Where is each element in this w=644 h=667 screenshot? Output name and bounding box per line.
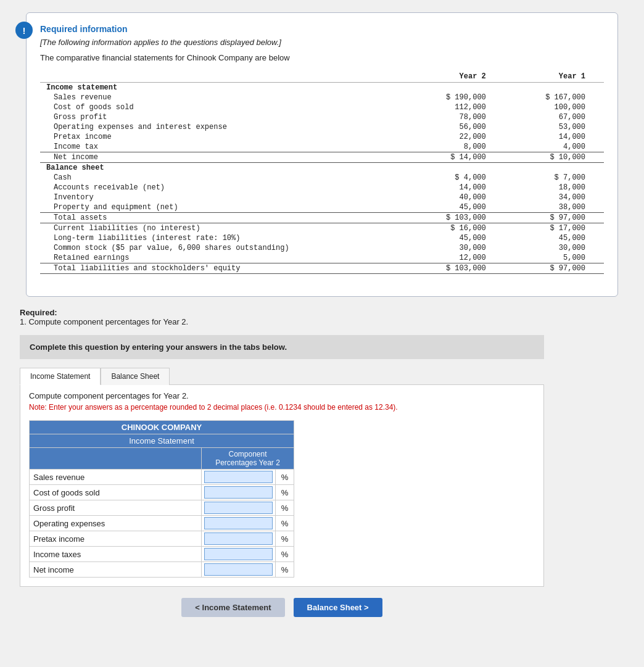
tab-income-statement[interactable]: Income Statement	[20, 368, 101, 385]
financial-row-label: Income tax	[40, 142, 405, 152]
financial-row-year2: $ 190,000	[405, 93, 505, 102]
financial-row-label: Current liabilities (no interest)	[40, 223, 405, 234]
answer-row-label: Pretax income	[30, 531, 202, 547]
financial-row-label: Total assets	[40, 213, 405, 223]
table-row: Operating expenses%	[30, 516, 294, 531]
financial-row-year2: 45,000	[405, 233, 505, 243]
table-row: Income taxes%	[30, 547, 294, 562]
percentage-input-0[interactable]	[204, 471, 273, 483]
table-row: Net income%	[30, 562, 294, 578]
financial-row-year1: 34,000	[505, 193, 604, 202]
financial-row-year2	[405, 83, 505, 93]
financial-row-year1: 30,000	[505, 243, 604, 253]
financial-row-label: Gross profit	[40, 112, 405, 122]
financial-row-year2: $ 103,000	[405, 213, 505, 223]
col-header-percent: Component Percentages Year 2	[202, 448, 294, 470]
financial-row-year1: $ 7,000	[505, 173, 604, 183]
answer-row-label: Gross profit	[30, 500, 202, 516]
tabs-container: Income Statement Balance Sheet	[20, 368, 544, 385]
financial-row-year1: 45,000	[505, 233, 604, 243]
prev-button[interactable]: < Income Statement	[181, 598, 284, 617]
percent-symbol: %	[276, 531, 294, 547]
percent-symbol: %	[276, 470, 294, 485]
financial-row-label: Pretax income	[40, 132, 405, 142]
answer-table-wrapper: CHINOOK COMPANY Income Statement Compone…	[29, 420, 294, 578]
required-text: 1. Compute component percentages for Yea…	[20, 317, 188, 326]
financial-row-year1: $ 167,000	[505, 93, 604, 102]
financial-row-label: Accounts receivable (net)	[40, 183, 405, 193]
financial-row-label: Cash	[40, 173, 405, 183]
answer-input-cell	[202, 531, 276, 547]
table-title: CHINOOK COMPANY	[30, 421, 294, 434]
financial-table: Year 2 Year 1 Income statementSales reve…	[40, 71, 604, 274]
table-row: Sales revenue%	[30, 470, 294, 485]
tab-note: Note: Enter your answers as a percentage…	[29, 403, 535, 412]
answer-input-cell	[202, 470, 276, 485]
financial-row-label: Retained earnings	[40, 253, 405, 263]
year1-header: Year 1	[505, 71, 604, 83]
year2-header: Year 2	[405, 71, 505, 83]
table-row: Gross profit%	[30, 500, 294, 516]
table-subtitle: Income Statement	[30, 434, 294, 448]
answer-input-cell	[202, 562, 276, 578]
financial-row-year2: 8,000	[405, 142, 505, 152]
percent-symbol: %	[276, 562, 294, 578]
answer-input-cell	[202, 500, 276, 516]
financial-row-label: Long-term liabilities (interest rate: 10…	[40, 233, 405, 243]
financial-row-label: Total liabilities and stockholders' equi…	[40, 263, 405, 274]
financial-row-label: Common stock ($5 par value, 6,000 shares…	[40, 243, 405, 253]
financial-row-year2: 56,000	[405, 122, 505, 132]
nav-buttons: < Income Statement Balance Sheet >	[20, 598, 544, 617]
financial-row-year1	[505, 83, 604, 93]
next-button[interactable]: Balance Sheet >	[294, 598, 382, 617]
percentage-input-6[interactable]	[204, 563, 273, 576]
financial-row-year2: 45,000	[405, 202, 505, 213]
answer-input-cell	[202, 516, 276, 531]
table-row: Pretax income%	[30, 531, 294, 547]
percent-symbol: %	[276, 485, 294, 500]
percent-symbol: %	[276, 516, 294, 531]
tab-content: Compute component percentages for Year 2…	[20, 384, 544, 587]
tab-description: Compute component percentages for Year 2…	[29, 391, 535, 400]
financial-row-label: Balance sheet	[40, 163, 405, 173]
financial-row-year2: $ 14,000	[405, 152, 505, 163]
financial-row-year1: $ 97,000	[505, 263, 604, 274]
financial-row-year2: 12,000	[405, 253, 505, 263]
financial-row-year1: $ 97,000	[505, 213, 604, 223]
financial-row-year2: 40,000	[405, 193, 505, 202]
financial-row-year1: 14,000	[505, 132, 604, 142]
financial-row-year2: $ 103,000	[405, 263, 505, 274]
percentage-input-1[interactable]	[204, 486, 273, 499]
financial-row-year1: 100,000	[505, 102, 604, 112]
financial-row-year2: 22,000	[405, 132, 505, 142]
financial-row-label: Operating expenses and interest expense	[40, 122, 405, 132]
italic-note: [The following information applies to th…	[40, 38, 604, 47]
answer-input-cell	[202, 485, 276, 500]
financial-row-year1: $ 17,000	[505, 223, 604, 234]
financial-row-label: Net income	[40, 152, 405, 163]
financial-row-year2: $ 4,000	[405, 173, 505, 183]
financial-row-year1	[505, 163, 604, 173]
percent-symbol: %	[276, 547, 294, 562]
financial-row-year2	[405, 163, 505, 173]
required-label: Required:	[20, 308, 57, 317]
percentage-input-4[interactable]	[204, 532, 273, 545]
answer-row-label: Cost of goods sold	[30, 485, 202, 500]
answer-row-label: Net income	[30, 562, 202, 578]
percentage-input-3[interactable]	[204, 517, 273, 529]
financial-row-year1: 53,000	[505, 122, 604, 132]
tab-balance-sheet[interactable]: Balance Sheet	[101, 368, 170, 385]
financial-row-year1: $ 10,000	[505, 152, 604, 163]
answer-input-cell	[202, 547, 276, 562]
financial-row-label: Inventory	[40, 193, 405, 202]
col-header-label	[30, 448, 202, 470]
answer-row-label: Operating expenses	[30, 516, 202, 531]
answer-row-label: Sales revenue	[30, 470, 202, 485]
percentage-input-2[interactable]	[204, 502, 273, 514]
percentage-input-5[interactable]	[204, 548, 273, 560]
answer-table: CHINOOK COMPANY Income Statement Compone…	[29, 420, 294, 578]
financial-row-label: Cost of goods sold	[40, 102, 405, 112]
financial-row-year2: 78,000	[405, 112, 505, 122]
financial-row-year2: $ 16,000	[405, 223, 505, 234]
alert-icon: !	[15, 22, 33, 39]
